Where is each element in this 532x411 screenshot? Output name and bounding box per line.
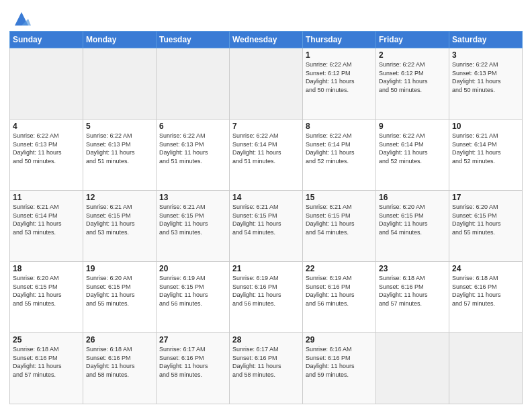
calendar-cell: 25Sunrise: 6:18 AMSunset: 6:16 PMDayligh… xyxy=(10,333,83,404)
day-info: Sunrise: 6:18 AMSunset: 6:16 PMDaylight:… xyxy=(379,274,446,308)
day-number: 28 xyxy=(232,335,300,345)
day-number: 25 xyxy=(13,335,80,345)
day-number: 20 xyxy=(159,264,226,273)
day-info: Sunrise: 6:22 AMSunset: 6:14 PMDaylight:… xyxy=(232,132,300,165)
day-number: 1 xyxy=(306,50,373,60)
day-of-week-header: Wednesday xyxy=(230,32,303,48)
calendar-cell: 21Sunrise: 6:19 AMSunset: 6:16 PMDayligh… xyxy=(230,262,303,333)
day-info: Sunrise: 6:20 AMSunset: 6:15 PMDaylight:… xyxy=(13,274,80,308)
page: SundayMondayTuesdayWednesdayThursdayFrid… xyxy=(0,0,532,411)
calendar-cell xyxy=(449,333,523,404)
day-number: 2 xyxy=(379,50,446,60)
calendar-week-row: 4Sunrise: 6:22 AMSunset: 6:13 PMDaylight… xyxy=(10,120,523,191)
day-info: Sunrise: 6:21 AMSunset: 6:15 PMDaylight:… xyxy=(86,203,153,236)
header-row: SundayMondayTuesdayWednesdayThursdayFrid… xyxy=(10,32,523,48)
calendar-cell xyxy=(83,48,157,120)
calendar-cell: 7Sunrise: 6:22 AMSunset: 6:14 PMDaylight… xyxy=(230,120,303,191)
day-info: Sunrise: 6:17 AMSunset: 6:16 PMDaylight:… xyxy=(232,345,300,379)
calendar-cell: 13Sunrise: 6:21 AMSunset: 6:15 PMDayligh… xyxy=(157,191,230,262)
day-of-week-header: Monday xyxy=(83,32,157,48)
calendar-cell: 17Sunrise: 6:20 AMSunset: 6:15 PMDayligh… xyxy=(449,191,523,262)
calendar-cell: 10Sunrise: 6:21 AMSunset: 6:14 PMDayligh… xyxy=(449,120,523,191)
day-info: Sunrise: 6:16 AMSunset: 6:16 PMDaylight:… xyxy=(306,345,373,379)
day-info: Sunrise: 6:22 AMSunset: 6:14 PMDaylight:… xyxy=(379,132,446,165)
day-info: Sunrise: 6:21 AMSunset: 6:15 PMDaylight:… xyxy=(306,203,373,236)
calendar-cell xyxy=(10,48,83,120)
day-number: 18 xyxy=(13,264,80,273)
day-of-week-header: Saturday xyxy=(449,32,523,48)
header xyxy=(9,7,523,28)
calendar-cell: 26Sunrise: 6:18 AMSunset: 6:16 PMDayligh… xyxy=(83,333,157,404)
calendar-cell: 28Sunrise: 6:17 AMSunset: 6:16 PMDayligh… xyxy=(230,333,303,404)
day-info: Sunrise: 6:20 AMSunset: 6:15 PMDaylight:… xyxy=(86,274,153,308)
day-number: 9 xyxy=(379,122,446,131)
day-number: 8 xyxy=(306,122,373,131)
day-info: Sunrise: 6:22 AMSunset: 6:13 PMDaylight:… xyxy=(452,60,519,94)
day-number: 12 xyxy=(86,193,153,202)
day-of-week-header: Friday xyxy=(376,32,449,48)
day-number: 27 xyxy=(159,335,226,345)
day-number: 23 xyxy=(379,264,446,273)
calendar-cell: 9Sunrise: 6:22 AMSunset: 6:14 PMDaylight… xyxy=(376,120,449,191)
day-number: 4 xyxy=(13,122,80,131)
day-number: 14 xyxy=(232,193,300,202)
day-info: Sunrise: 6:22 AMSunset: 6:12 PMDaylight:… xyxy=(379,60,446,94)
calendar-cell: 18Sunrise: 6:20 AMSunset: 6:15 PMDayligh… xyxy=(10,262,83,333)
day-number: 29 xyxy=(306,335,373,345)
day-of-week-header: Tuesday xyxy=(157,32,230,48)
day-info: Sunrise: 6:21 AMSunset: 6:15 PMDaylight:… xyxy=(159,203,226,236)
day-info: Sunrise: 6:21 AMSunset: 6:14 PMDaylight:… xyxy=(452,132,519,165)
calendar-cell: 19Sunrise: 6:20 AMSunset: 6:15 PMDayligh… xyxy=(83,262,157,333)
logo xyxy=(9,9,31,28)
day-number: 6 xyxy=(159,122,226,131)
day-info: Sunrise: 6:19 AMSunset: 6:16 PMDaylight:… xyxy=(232,274,300,308)
calendar-cell: 5Sunrise: 6:22 AMSunset: 6:13 PMDaylight… xyxy=(83,120,157,191)
calendar-cell xyxy=(376,333,449,404)
calendar-week-row: 11Sunrise: 6:21 AMSunset: 6:14 PMDayligh… xyxy=(10,191,523,262)
day-info: Sunrise: 6:19 AMSunset: 6:15 PMDaylight:… xyxy=(159,274,226,308)
day-of-week-header: Thursday xyxy=(303,32,376,48)
calendar-cell: 23Sunrise: 6:18 AMSunset: 6:16 PMDayligh… xyxy=(376,262,449,333)
calendar-cell: 6Sunrise: 6:22 AMSunset: 6:13 PMDaylight… xyxy=(157,120,230,191)
day-info: Sunrise: 6:21 AMSunset: 6:14 PMDaylight:… xyxy=(13,203,80,236)
calendar: SundayMondayTuesdayWednesdayThursdayFrid… xyxy=(9,31,523,404)
day-info: Sunrise: 6:20 AMSunset: 6:15 PMDaylight:… xyxy=(379,203,446,236)
calendar-week-row: 18Sunrise: 6:20 AMSunset: 6:15 PMDayligh… xyxy=(10,262,523,333)
day-number: 11 xyxy=(13,193,80,202)
calendar-cell: 20Sunrise: 6:19 AMSunset: 6:15 PMDayligh… xyxy=(157,262,230,333)
calendar-cell: 24Sunrise: 6:18 AMSunset: 6:16 PMDayligh… xyxy=(449,262,523,333)
day-info: Sunrise: 6:18 AMSunset: 6:16 PMDaylight:… xyxy=(452,274,519,308)
day-number: 5 xyxy=(86,122,153,131)
day-of-week-header: Sunday xyxy=(10,32,83,48)
calendar-cell: 1Sunrise: 6:22 AMSunset: 6:12 PMDaylight… xyxy=(303,48,376,120)
calendar-cell: 2Sunrise: 6:22 AMSunset: 6:12 PMDaylight… xyxy=(376,48,449,120)
day-info: Sunrise: 6:17 AMSunset: 6:16 PMDaylight:… xyxy=(159,345,226,379)
calendar-cell: 22Sunrise: 6:19 AMSunset: 6:16 PMDayligh… xyxy=(303,262,376,333)
calendar-header: SundayMondayTuesdayWednesdayThursdayFrid… xyxy=(10,32,523,48)
day-number: 26 xyxy=(86,335,153,345)
day-info: Sunrise: 6:22 AMSunset: 6:14 PMDaylight:… xyxy=(306,132,373,165)
calendar-cell: 12Sunrise: 6:21 AMSunset: 6:15 PMDayligh… xyxy=(83,191,157,262)
calendar-cell: 14Sunrise: 6:21 AMSunset: 6:15 PMDayligh… xyxy=(230,191,303,262)
day-info: Sunrise: 6:22 AMSunset: 6:13 PMDaylight:… xyxy=(86,132,153,165)
calendar-cell: 11Sunrise: 6:21 AMSunset: 6:14 PMDayligh… xyxy=(10,191,83,262)
logo-icon xyxy=(12,9,31,28)
day-number: 7 xyxy=(232,122,300,131)
calendar-cell: 15Sunrise: 6:21 AMSunset: 6:15 PMDayligh… xyxy=(303,191,376,262)
day-number: 13 xyxy=(159,193,226,202)
day-number: 10 xyxy=(452,122,519,131)
calendar-cell xyxy=(157,48,230,120)
calendar-cell: 3Sunrise: 6:22 AMSunset: 6:13 PMDaylight… xyxy=(449,48,523,120)
calendar-week-row: 1Sunrise: 6:22 AMSunset: 6:12 PMDaylight… xyxy=(10,48,523,120)
day-info: Sunrise: 6:19 AMSunset: 6:16 PMDaylight:… xyxy=(306,274,373,308)
day-number: 19 xyxy=(86,264,153,273)
day-number: 24 xyxy=(452,264,519,273)
day-number: 16 xyxy=(379,193,446,202)
day-info: Sunrise: 6:21 AMSunset: 6:15 PMDaylight:… xyxy=(232,203,300,236)
day-number: 17 xyxy=(452,193,519,202)
day-info: Sunrise: 6:22 AMSunset: 6:13 PMDaylight:… xyxy=(13,132,80,165)
calendar-cell xyxy=(230,48,303,120)
day-number: 15 xyxy=(306,193,373,202)
day-info: Sunrise: 6:22 AMSunset: 6:12 PMDaylight:… xyxy=(306,60,373,94)
day-number: 3 xyxy=(452,50,519,60)
